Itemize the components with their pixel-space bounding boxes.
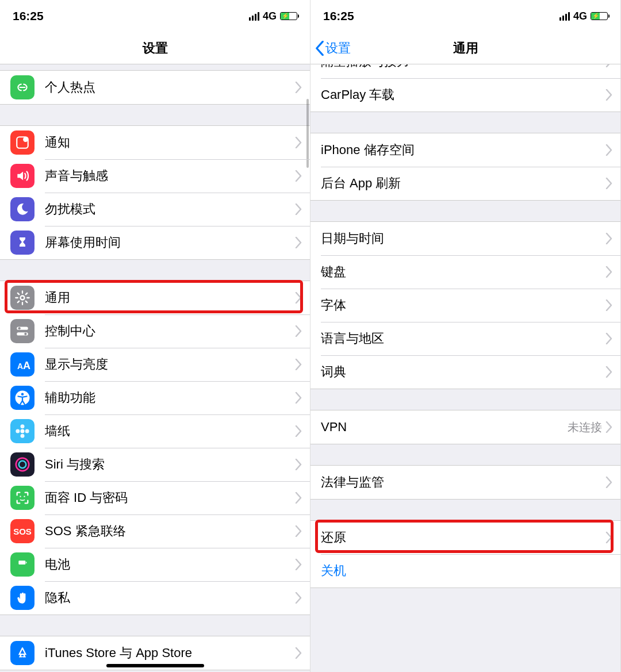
back-button[interactable]: 设置 bbox=[315, 40, 351, 57]
row-control-center[interactable]: 控制中心 bbox=[0, 314, 310, 348]
nav-bar: 设置 bbox=[0, 32, 310, 64]
row-shutdown[interactable]: 关机 bbox=[310, 554, 620, 587]
row-label: 墙纸 bbox=[45, 423, 295, 440]
row-carplay[interactable]: CarPlay 车载 bbox=[310, 78, 620, 112]
flower-icon bbox=[10, 419, 34, 443]
chevron-right-icon bbox=[605, 266, 612, 278]
row-accessibility[interactable]: 辅助功能 bbox=[0, 381, 310, 414]
svg-rect-20 bbox=[18, 560, 25, 565]
row-privacy[interactable]: 隐私 bbox=[0, 581, 310, 615]
chevron-right-icon bbox=[295, 170, 302, 182]
chevron-right-icon bbox=[605, 421, 612, 433]
chevron-right-icon bbox=[605, 233, 612, 244]
status-bar: 16:25 4G ⚡ bbox=[310, 0, 620, 32]
signal-icon bbox=[559, 12, 570, 21]
chevron-right-icon bbox=[605, 333, 612, 344]
network-label: 4G bbox=[263, 10, 277, 22]
row-vpn[interactable]: VPN未连接 bbox=[310, 410, 620, 444]
svg-point-2 bbox=[21, 296, 25, 300]
siri-icon bbox=[10, 452, 34, 477]
row-dnd[interactable]: 勿扰模式 bbox=[0, 193, 310, 226]
row-datetime[interactable]: 日期与时间 bbox=[310, 222, 620, 255]
chevron-right-icon bbox=[605, 366, 612, 378]
row-wallpaper[interactable]: 墙纸 bbox=[0, 414, 310, 448]
home-indicator[interactable] bbox=[106, 664, 204, 667]
row-label: 显示与亮度 bbox=[45, 356, 295, 373]
row-battery[interactable]: 电池 bbox=[0, 548, 310, 581]
row-siri[interactable]: Siri 与搜索 bbox=[0, 448, 310, 481]
row-airplay[interactable]: 隔空播放与接力 bbox=[310, 64, 620, 78]
text-size-icon: AA bbox=[10, 352, 34, 377]
chevron-right-icon bbox=[295, 492, 302, 504]
notification-icon bbox=[10, 130, 34, 155]
row-label: 语言与地区 bbox=[321, 330, 605, 347]
battery-icon: ⚡ bbox=[280, 12, 297, 20]
sos-icon: SOS bbox=[10, 519, 34, 543]
settings-list[interactable]: 个人热点通知声音与触感勿扰模式屏幕使用时间通用控制中心AA显示与亮度辅助功能墙纸… bbox=[0, 64, 310, 672]
svg-point-12 bbox=[21, 424, 25, 428]
chevron-right-icon bbox=[295, 137, 302, 148]
row-label: 声音与触感 bbox=[45, 167, 295, 185]
row-label: 字体 bbox=[321, 297, 605, 314]
status-time: 16:25 bbox=[13, 9, 44, 23]
row-label: 屏幕使用时间 bbox=[45, 234, 295, 251]
row-legal[interactable]: 法律与监管 bbox=[310, 466, 620, 499]
row-screentime[interactable]: 屏幕使用时间 bbox=[0, 226, 310, 259]
row-sos[interactable]: SOSSOS 紧急联络 bbox=[0, 514, 310, 548]
chevron-right-icon bbox=[295, 82, 302, 93]
status-bar: 16:25 4G ⚡ bbox=[0, 0, 310, 32]
row-notifications[interactable]: 通知 bbox=[0, 126, 310, 159]
network-label: 4G bbox=[573, 10, 587, 22]
svg-point-18 bbox=[20, 496, 21, 497]
row-display[interactable]: AA显示与亮度 bbox=[0, 348, 310, 381]
general-list[interactable]: 隔空播放与接力CarPlay 车载iPhone 储存空间后台 App 刷新日期与… bbox=[310, 64, 620, 672]
chevron-right-icon bbox=[295, 325, 302, 337]
svg-point-6 bbox=[24, 333, 26, 335]
row-keyboard[interactable]: 键盘 bbox=[310, 255, 620, 289]
svg-point-16 bbox=[16, 458, 29, 471]
row-faceid[interactable]: 面容 ID 与密码 bbox=[0, 481, 310, 514]
faceid-icon bbox=[10, 486, 34, 510]
row-background-refresh[interactable]: 后台 App 刷新 bbox=[310, 167, 620, 200]
chevron-right-icon bbox=[295, 237, 302, 248]
row-fonts[interactable]: 字体 bbox=[310, 289, 620, 322]
svg-point-13 bbox=[21, 434, 25, 438]
row-reset[interactable]: 还原 bbox=[310, 521, 620, 554]
row-hotspot[interactable]: 个人热点 bbox=[0, 71, 310, 104]
chevron-right-icon bbox=[295, 525, 302, 537]
row-label: 个人热点 bbox=[45, 79, 295, 96]
row-storage[interactable]: iPhone 储存空间 bbox=[310, 133, 620, 167]
chevron-right-icon bbox=[295, 359, 302, 370]
row-sounds[interactable]: 声音与触感 bbox=[0, 159, 310, 193]
toggles-icon bbox=[10, 319, 34, 343]
chevron-right-icon bbox=[605, 178, 612, 189]
signal-icon bbox=[249, 12, 259, 21]
svg-point-1 bbox=[23, 137, 28, 142]
row-label: 辅助功能 bbox=[45, 389, 295, 406]
row-label: 勿扰模式 bbox=[45, 201, 295, 218]
page-title: 设置 bbox=[143, 40, 168, 57]
row-label: 法律与监管 bbox=[321, 474, 605, 491]
status-time: 16:25 bbox=[323, 9, 354, 23]
page-title: 通用 bbox=[453, 40, 478, 57]
row-label: 日期与时间 bbox=[321, 230, 605, 247]
svg-point-11 bbox=[21, 429, 25, 433]
row-label: 通用 bbox=[45, 289, 295, 306]
row-general[interactable]: 通用 bbox=[0, 281, 310, 314]
battery-icon: ⚡ bbox=[591, 12, 608, 20]
chevron-right-icon bbox=[605, 144, 612, 156]
row-label: CarPlay 车载 bbox=[321, 86, 605, 103]
row-label: 面容 ID 与密码 bbox=[45, 489, 295, 506]
chevron-right-icon bbox=[295, 203, 302, 215]
svg-text:A: A bbox=[17, 362, 23, 371]
row-language[interactable]: 语言与地区 bbox=[310, 322, 620, 355]
chevron-right-icon bbox=[295, 292, 302, 304]
row-label: 键盘 bbox=[321, 263, 605, 281]
sound-icon bbox=[10, 164, 34, 188]
row-label: iPhone 储存空间 bbox=[321, 141, 605, 159]
svg-text:A: A bbox=[23, 360, 30, 371]
svg-point-17 bbox=[19, 461, 26, 469]
chevron-right-icon bbox=[605, 89, 612, 101]
chevron-right-icon bbox=[295, 392, 302, 404]
row-dictionary[interactable]: 词典 bbox=[310, 355, 620, 389]
